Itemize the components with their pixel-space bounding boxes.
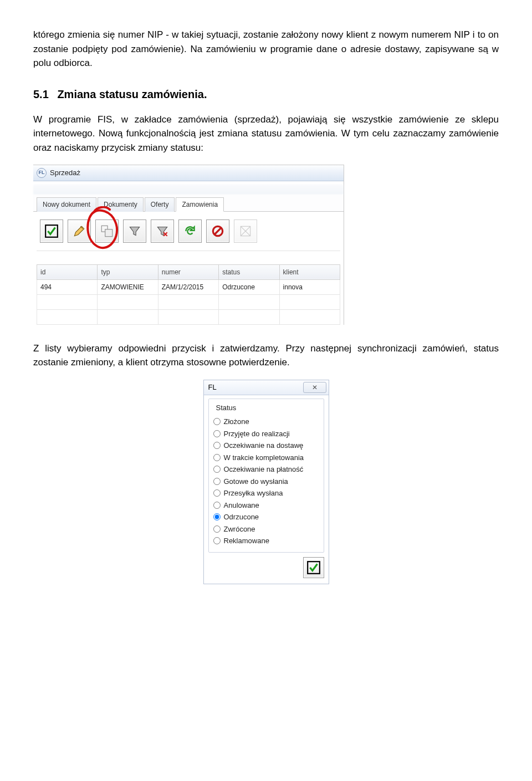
orders-table: idtypnumerstatusklient 494ZAMOWIENIEZAM/…	[37, 264, 340, 325]
status-option[interactable]: Przyjęte do realizacji	[213, 428, 319, 440]
cell-klient: innova	[279, 279, 340, 294]
col-id[interactable]: id	[37, 264, 98, 279]
heading-number: 5.1	[33, 88, 49, 100]
col-klient[interactable]: klient	[279, 264, 340, 279]
app-badge-icon: FL	[37, 168, 47, 178]
dialog-confirm-button[interactable]	[303, 557, 324, 578]
confirm-button[interactable]	[40, 220, 63, 243]
status-option[interactable]: Odrzucone	[213, 512, 319, 523]
status-option[interactable]: W trakcie kompletowania	[213, 452, 319, 463]
status-option-label: Oczekiwanie na dostawę	[224, 440, 304, 451]
status-option[interactable]: Przesyłka wysłana	[213, 488, 319, 499]
status-group: Status ZłożonePrzyjęte do realizacjiOcze…	[208, 399, 324, 553]
status-group-title: Status	[214, 402, 238, 414]
section-heading: 5.1 Zmiana statusu zamówienia.	[33, 86, 499, 103]
tab-nowy-dokument[interactable]: Nowy dokument	[37, 197, 96, 212]
status-radio[interactable]	[213, 478, 221, 485]
status-option[interactable]: Oczekiwanie na płatność	[213, 464, 319, 475]
status-radio[interactable]	[213, 418, 221, 425]
status-option[interactable]: Anulowane	[213, 500, 319, 511]
cell-status: Odrzucone	[219, 279, 279, 294]
status-radio[interactable]	[213, 502, 221, 509]
grid-area: idtypnumerstatusklient 494ZAMOWIENIEZAM/…	[33, 251, 344, 325]
refresh-button[interactable]	[178, 220, 202, 243]
filter-button[interactable]	[123, 220, 146, 243]
cell-typ: ZAMOWIENIE	[98, 279, 158, 294]
status-option[interactable]: Reklamowane	[213, 535, 319, 547]
status-option[interactable]: Złożone	[213, 416, 319, 427]
status-option-label: W trakcie kompletowania	[224, 452, 304, 463]
paragraph-2: W programie FIS, w zakładce zamówienia (…	[33, 113, 499, 155]
col-typ[interactable]: typ	[98, 264, 158, 279]
dialog-titlebar: FL ✕	[204, 380, 329, 395]
table-empty-row	[37, 294, 340, 309]
heading-title: Zmiana statusu zamówienia.	[57, 88, 207, 100]
app-badge-icon: FL	[208, 382, 217, 393]
cancel-button[interactable]	[206, 220, 229, 243]
status-radio[interactable]	[213, 525, 221, 533]
status-radio[interactable]	[213, 537, 221, 544]
status-option[interactable]: Zwrócone	[213, 524, 319, 535]
svg-rect-2	[105, 229, 112, 236]
cell-id: 494	[37, 279, 98, 294]
status-option-label: Anulowane	[224, 500, 259, 511]
status-radio[interactable]	[213, 466, 221, 473]
svg-line-4	[214, 227, 222, 234]
col-numer[interactable]: numer	[158, 264, 218, 279]
status-option-label: Zwrócone	[224, 524, 255, 535]
tabs-bar: Nowy dokumentDokumentyOfertyZamowienia	[33, 195, 344, 212]
status-radio[interactable]	[213, 454, 221, 461]
status-radio[interactable]	[213, 430, 221, 437]
table-row[interactable]: 494ZAMOWIENIEZAM/1/2/2015Odrzuconeinnova	[37, 279, 340, 294]
expand-button	[234, 220, 257, 243]
status-option-label: Reklamowane	[224, 535, 269, 547]
status-option-label: Oczekiwanie na płatność	[224, 464, 304, 475]
status-radio[interactable]	[213, 489, 221, 497]
tab-oferty[interactable]: Oferty	[145, 197, 175, 212]
window-titlebar: FL Sprzedaż	[33, 165, 344, 181]
tab-zamowienia[interactable]: Zamowienia	[176, 197, 224, 212]
status-radio[interactable]	[213, 513, 221, 520]
status-option-label: Odrzucone	[224, 512, 259, 523]
window-title: Sprzedaż	[50, 167, 80, 178]
status-option-label: Przesyłka wysłana	[224, 488, 283, 499]
ribbon-blur	[33, 185, 344, 195]
tab-dokumenty[interactable]: Dokumenty	[98, 197, 144, 212]
status-dialog-screenshot: FL ✕ Status ZłożonePrzyjęte do realizacj…	[203, 380, 329, 584]
col-status[interactable]: status	[219, 264, 279, 279]
paragraph-1: którego zmienia się numer NIP - w takiej…	[33, 28, 499, 70]
filter-clear-button[interactable]	[151, 220, 174, 243]
cell-numer: ZAM/1/2/2015	[158, 279, 218, 294]
paragraph-3: Z listy wybieramy odpowiedni przycisk i …	[33, 341, 499, 370]
sales-window-screenshot: FL Sprzedaż Nowy dokumentDokumentyOferty…	[33, 165, 344, 325]
edit-button[interactable]	[68, 220, 91, 243]
status-change-button[interactable]	[95, 220, 119, 243]
status-option-label: Przyjęte do realizacji	[224, 428, 290, 440]
status-option-label: Złożone	[224, 416, 249, 427]
close-button[interactable]: ✕	[303, 382, 326, 393]
status-option[interactable]: Oczekiwanie na dostawę	[213, 440, 319, 451]
status-option-label: Gotowe do wysłania	[224, 476, 288, 487]
toolbar	[33, 212, 344, 251]
table-empty-row	[37, 309, 340, 324]
status-option[interactable]: Gotowe do wysłania	[213, 476, 319, 487]
status-radio[interactable]	[213, 442, 221, 449]
